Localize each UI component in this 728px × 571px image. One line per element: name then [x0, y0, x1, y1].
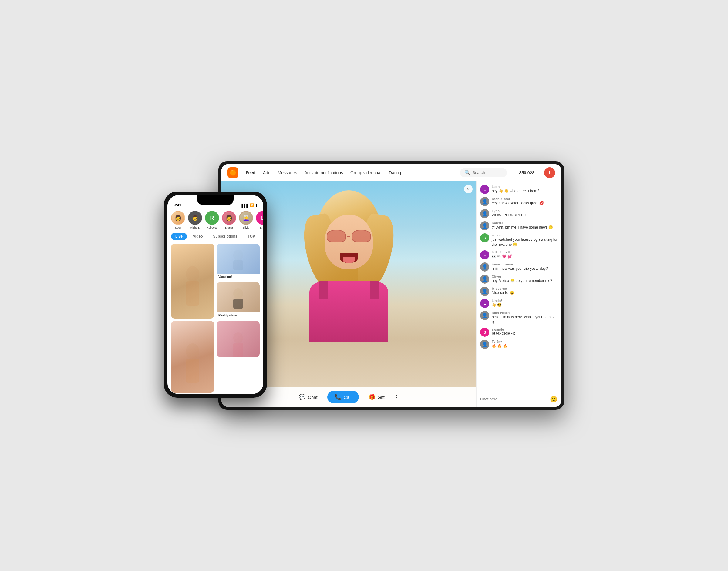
card-label-3: Reality show [216, 313, 260, 318]
chat-username-georgo: b_georgo [492, 287, 557, 291]
phone-card-1[interactable]: Reality show 🔥 ♡144👤17 [171, 244, 214, 319]
chat-username-irene: irene_cheese [492, 262, 557, 266]
story-label-kacy: Kacy [175, 226, 181, 229]
story-avatar-mishak: 👨 [188, 211, 202, 225]
chat-content-simon: simon just watched your latest vlog)) wa… [492, 233, 557, 247]
story-label-erica: Erica [260, 226, 263, 229]
chat-content-irene: irene_cheese hiiiiii, how was your trip … [492, 262, 557, 271]
phone-card-5[interactable] [216, 321, 260, 357]
card-image-5 [216, 321, 260, 357]
tab-video[interactable]: Video [189, 233, 207, 240]
chat-message-rich: 👤 Rich Peach hello! I'm new here. what's… [480, 311, 557, 325]
phone-content-grid: Reality show 🔥 ♡144👤17 Vacation! [167, 242, 263, 394]
chat-text-ferrell: 👀 👁 💗 💕 [492, 254, 557, 259]
tab-live[interactable]: Live [171, 233, 187, 240]
chat-input[interactable] [480, 397, 548, 401]
chat-username-leon: Leon [492, 185, 557, 189]
chat-content-leon: Leon hey 👋 👋 where are u from? [492, 185, 557, 194]
gift-button[interactable]: 🎁 Gift [369, 394, 385, 401]
tab-top[interactable]: TOP [244, 233, 259, 240]
chat-content-swantie: swantie SUBSCRIBED! [492, 328, 557, 336]
story-avatar-kitana: 👩 [222, 211, 236, 225]
video-close-button[interactable]: × [464, 185, 473, 193]
person-body [297, 190, 400, 342]
card-label-2: Vacation! [216, 274, 260, 280]
gift-label: Gift [378, 394, 385, 400]
chat-content-linda: Linda8 👋 😎 [492, 299, 557, 308]
chat-username-rich: Rich Peach [492, 311, 557, 315]
chat-avatar-swantie: S [480, 328, 489, 337]
chat-label: Chat [308, 394, 317, 400]
nav-messages[interactable]: Messages [278, 170, 297, 175]
wifi-icon: 🛜 [250, 203, 254, 207]
story-silvia[interactable]: 👩‍🦳 Silvia [239, 211, 253, 229]
search-input[interactable] [472, 170, 503, 175]
chat-message-oliver: 👤 Oliver hey Melisa 😁 do you remember me… [480, 274, 557, 284]
more-options-icon[interactable]: ⋮ [261, 233, 263, 240]
story-label-kitana: Kitana [225, 226, 233, 229]
card-image-4 [171, 321, 214, 393]
story-kitana[interactable]: 👩 Kitana [222, 211, 236, 229]
tablet-device: 🟠 Feed Add Messages Activate notificatio… [218, 161, 564, 410]
tab-subscriptions[interactable]: Subscriptions [209, 233, 242, 240]
chat-text-rich: hello! I'm new here. what's your name? :… [492, 315, 557, 325]
phone-card-3[interactable]: Reality show ♡68👤19 [216, 282, 260, 318]
svg-rect-5 [233, 299, 243, 309]
chat-message-linda: L Linda8 👋 😎 [480, 299, 557, 308]
chat-message-leon: L Leon hey 👋 👋 where are u from? [480, 185, 557, 194]
chat-username-swantie: swantie [492, 328, 557, 331]
user-avatar[interactable]: T [544, 167, 555, 178]
story-kacy[interactable]: 👩 Kacy [171, 211, 185, 229]
chat-avatar-leon: L [480, 185, 489, 194]
phone-card-4[interactable]: 😊 ❤️ 🔥 ♡195👤71 [171, 321, 214, 393]
chat-button[interactable]: 💬 Chat [299, 394, 317, 401]
gift-icon: 🎁 [369, 394, 375, 401]
chat-message-bean: 👤 bean.diesel Yey!! new avatar! looks gr… [480, 197, 557, 206]
chat-avatar-bean: 👤 [480, 197, 489, 206]
chat-content-bean: bean.diesel Yey!! new avatar! looks grea… [492, 197, 557, 206]
chat-content-rich: Rich Peach hello! I'm new here. what's y… [492, 311, 557, 325]
story-avatar-rebecca: R [205, 211, 219, 225]
chat-avatar-kate: 👤 [480, 221, 489, 230]
emoji-picker-icon[interactable]: 🙂 [550, 395, 557, 403]
more-icon: ⋮ [394, 394, 399, 400]
nav-group-videochat[interactable]: Group videochat [350, 170, 382, 175]
svg-point-0 [186, 266, 199, 282]
card-image-3 [216, 282, 260, 313]
app-logo[interactable]: 🟠 [227, 167, 239, 178]
chat-icon: 💬 [299, 394, 305, 401]
chat-message-swantie: S swantie SUBSCRIBED! [480, 328, 557, 337]
phone-card-2[interactable]: Vacation! ♡270👤64 [216, 244, 260, 280]
chat-username-simon: simon [492, 233, 557, 237]
story-erica[interactable]: E Erica [256, 211, 263, 229]
nav-dating[interactable]: Dating [389, 170, 401, 175]
call-icon: 📞 [335, 394, 341, 401]
nav-add[interactable]: Add [263, 170, 271, 175]
nav-feed[interactable]: Feed [246, 170, 256, 175]
card-image-2 [216, 244, 260, 274]
chat-text-georgo: Nice curls! 😄 [492, 291, 557, 296]
story-avatar-kacy: 👩 [171, 211, 185, 225]
chat-text-oliver: hey Melisa 😁 do you remember me? [492, 278, 557, 283]
chat-message-irene: 👤 irene_cheese hiiiiii, how was your tri… [480, 262, 557, 271]
lens-left [327, 230, 346, 242]
story-rebecca[interactable]: R Rebecca [205, 211, 219, 229]
call-button[interactable]: 📞 Call [327, 391, 359, 404]
svg-point-8 [233, 333, 243, 343]
chat-text-irene: hiiiiii, how was your trip yesterday? [492, 266, 557, 271]
phone-device: 9:41 ▌▌▌ 🛜 ▮ 👩 Kacy 👨 Misha K [164, 192, 267, 397]
chat-text-lynn: WOW! PERRRRFECT [492, 213, 557, 218]
svg-point-2 [233, 250, 243, 261]
more-button[interactable]: ⋮ [394, 394, 399, 400]
nav-notifications[interactable]: Activate notifications [304, 170, 343, 175]
chat-content-lynn: Lynn WOW! PERRRRFECT [492, 209, 557, 218]
phone-status-icons: ▌▌▌ 🛜 ▮ [242, 203, 257, 207]
story-mishak[interactable]: 👨 Misha K [188, 211, 202, 229]
search-bar[interactable]: 🔍 [460, 168, 507, 177]
lens-right [352, 230, 371, 242]
chat-sidebar: L Leon hey 👋 👋 where are u from? 👤 bean.… [476, 181, 561, 407]
story-label-mishak: Misha K [190, 226, 200, 229]
chat-message-tejay: 👤 Te-Jay 🔥 🔥 🔥 [480, 340, 557, 349]
scene: 9:41 ▌▌▌ 🛜 ▮ 👩 Kacy 👨 Misha K [164, 161, 564, 410]
chat-username-kate: Kate89 [492, 221, 557, 225]
